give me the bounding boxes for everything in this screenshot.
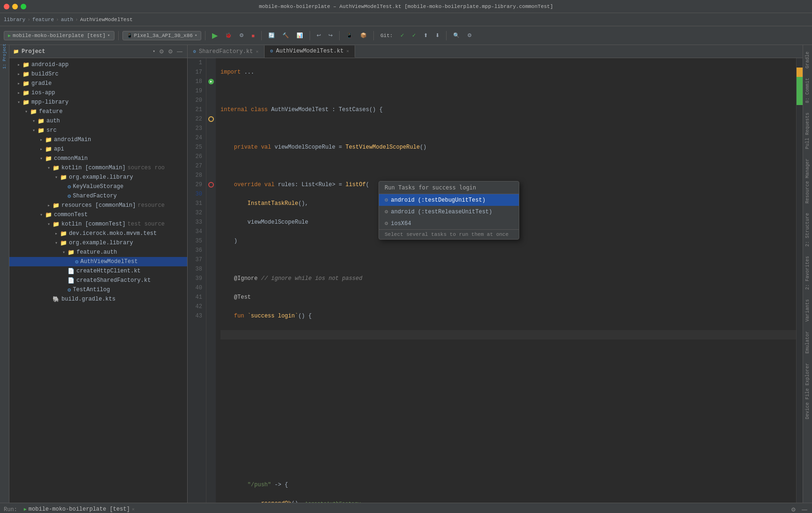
- device-label: Pixel_3a_API_30_x86: [134, 33, 193, 38]
- gear-icon-2: ⚙: [385, 208, 388, 215]
- tree-item-createhttpclient[interactable]: 📄 createHttpClient.kt: [9, 266, 187, 276]
- tree-item-buildsrc[interactable]: ▸ 📁 buildSrc: [9, 69, 187, 79]
- sidebar-favorites[interactable]: 2: Favorites: [805, 256, 810, 290]
- git-update-button[interactable]: ⬇: [433, 30, 442, 40]
- sidebar-variants[interactable]: Variants: [805, 299, 810, 322]
- debug-button[interactable]: 🐞: [222, 30, 235, 40]
- context-menu-item-ios[interactable]: ⚙ iosX64: [379, 218, 519, 229]
- build-button[interactable]: 🔨: [280, 30, 292, 40]
- panel-scope-btn[interactable]: ⚙: [158, 47, 165, 56]
- breadcrumb-auth[interactable]: auth: [61, 17, 73, 23]
- tree-item-feature-auth[interactable]: ▾ 📁 feature.auth: [9, 248, 187, 257]
- tab-authviewmodeltest[interactable]: ⚙ AuthViewModelTest.kt ✕: [265, 45, 355, 58]
- tree-item-mpp-library[interactable]: ▾ 📁 mpp-library: [9, 98, 187, 107]
- context-menu-item-label-2: android (:testReleaseUnitTest): [391, 209, 492, 215]
- title-bar: mobile-moko-boilerplate – AuthViewModelT…: [0, 0, 812, 13]
- tree-item-api[interactable]: ▸ 📁 api: [9, 144, 187, 154]
- run-config-tab-label: mobile-moko-boilerplate [test]: [29, 506, 130, 513]
- tree-item-ios-app[interactable]: ▸ 📁 ios-app: [9, 88, 187, 98]
- traffic-lights: [4, 4, 26, 9]
- sync-button[interactable]: 🔄: [266, 30, 278, 40]
- tree-item-commonmain[interactable]: ▾ 📁 commonMain: [9, 154, 187, 163]
- redo-button[interactable]: ↪: [326, 30, 335, 40]
- tree-item-src[interactable]: ▾ 📁 src: [9, 126, 187, 135]
- run-config-label: mobile-moko-boilerplate [test]: [13, 33, 106, 38]
- editor-gutter: ▶: [206, 58, 216, 503]
- code-content[interactable]: import ... internal class AuthViewModelT…: [216, 58, 796, 503]
- tree-item-createsharedfactory[interactable]: 📄 createSharedFactory.kt: [9, 276, 187, 285]
- tree-item-feature[interactable]: ▾ 📁 feature: [9, 107, 187, 116]
- tree-item-org-example-2[interactable]: ▾ 📁 org.example.library: [9, 238, 187, 248]
- sidebar-commit[interactable]: 8: Commit: [805, 78, 810, 103]
- sidebar-gradle[interactable]: Gradle: [805, 52, 810, 68]
- sidebar-pull-requests[interactable]: Pull Requests: [805, 113, 810, 149]
- tree-item-build-gradle[interactable]: 🐘 build.gradle.kts: [9, 294, 187, 304]
- context-menu-footer: Select several tasks to run them at once: [379, 229, 519, 239]
- search-everywhere-button[interactable]: 🔍: [450, 30, 463, 40]
- project-panel-header: 📁 Project ▾ ⚙ ⚙ —: [9, 45, 187, 58]
- project-panel-title: Project: [22, 48, 150, 55]
- run-config-tab[interactable]: ▶ mobile-moko-boilerplate [test] ✕: [21, 503, 137, 513]
- tree-item-android-app[interactable]: ▸ 📁 android-app: [9, 60, 187, 69]
- breadcrumb-file[interactable]: AuthViewModelTest: [80, 17, 133, 23]
- close-button[interactable]: [4, 4, 9, 9]
- panel-gear-btn[interactable]: ⚙: [167, 47, 174, 56]
- undo-button[interactable]: ↩: [314, 30, 324, 40]
- avd-button[interactable]: 📱: [343, 30, 356, 40]
- breadcrumb-library[interactable]: library: [4, 17, 25, 23]
- sidebar-resource-manager[interactable]: Resource Manager: [805, 158, 810, 204]
- run-panel-minimize[interactable]: —: [801, 505, 808, 513]
- warn-indicator-22[interactable]: [208, 116, 214, 122]
- tree-item-commontest[interactable]: ▾ 📁 commonTest: [9, 210, 187, 219]
- context-menu-item-label-3: iosX64: [391, 220, 411, 227]
- tree-item-gradle[interactable]: ▸ 📁 gradle: [9, 79, 187, 88]
- tree-item-sharedfactory[interactable]: ⚙ SharedFactory: [9, 191, 187, 201]
- minimize-button[interactable]: [12, 4, 18, 9]
- sdk-button[interactable]: 📦: [357, 30, 370, 40]
- maximize-button[interactable]: [21, 4, 26, 9]
- tab-authviewmodeltest-close[interactable]: ✕: [346, 48, 349, 54]
- tree-item-org-example-1[interactable]: ▾ 📁 org.example.library: [9, 173, 187, 182]
- tree-item-kotlin-commontest[interactable]: ▾ 📁 kotlin [commonTest] test source: [9, 219, 187, 229]
- panel-collapse-btn[interactable]: —: [176, 47, 183, 56]
- git-commit-button[interactable]: ✓: [397, 30, 407, 40]
- context-menu-item-android-debug[interactable]: ⚙ android (:testDebugUnitTest): [379, 194, 519, 206]
- sidebar-item-project[interactable]: 1: Project: [0, 47, 9, 66]
- git-push-button[interactable]: ✓: [409, 30, 419, 40]
- project-tree: ▸ 📁 android-app ▸ 📁 buildSrc ▸ 📁 gradle …: [9, 58, 187, 503]
- code-editor[interactable]: 1 17 18 19 20 21 22 23 24 25 26 27 28 29…: [188, 58, 803, 503]
- context-menu-item-android-release[interactable]: ⚙ android (:testReleaseUnitTest): [379, 206, 519, 218]
- git-pull-button[interactable]: ⬆: [421, 30, 431, 40]
- left-sidebar: 1: Project: [0, 45, 9, 503]
- analyze-button[interactable]: 📊: [294, 30, 306, 40]
- sidebar-emulator[interactable]: Emulator: [805, 331, 810, 354]
- run-indicator-18[interactable]: ▶: [208, 79, 214, 84]
- tree-item-authviewmodeltest[interactable]: ⚙ AuthViewModelTest: [9, 257, 187, 266]
- tree-item-keyvaluestorage[interactable]: ⚙ KeyValueStorage: [9, 182, 187, 191]
- tree-item-resources-commonmain[interactable]: ▸ 📁 resources [commonMain] resource: [9, 201, 187, 210]
- right-sidebar: Gradle 8: Commit Pull Requests Resource …: [803, 45, 812, 503]
- editor-tabs: ⚙ SharedFactory.kt ✕ ⚙ AuthViewModelTest…: [188, 45, 803, 58]
- sidebar-device-file-explorer[interactable]: Device File Explorer: [805, 363, 810, 419]
- tab-sharedfactory[interactable]: ⚙ SharedFactory.kt ✕: [188, 45, 265, 58]
- run-panel-settings[interactable]: ⚙: [790, 505, 797, 513]
- tab-authviewmodeltest-label: AuthViewModelTest.kt: [276, 48, 343, 54]
- tree-item-auth[interactable]: ▾ 📁 auth: [9, 116, 187, 126]
- sidebar-structure[interactable]: 2: Structure: [805, 213, 810, 247]
- run-config-selector[interactable]: ▶ mobile-moko-boilerplate [test] ▾: [4, 31, 114, 40]
- tree-item-dev-icerock[interactable]: ▸ 📁 dev.icerock.moko.mvvm.test: [9, 229, 187, 238]
- main-toolbar: ▶ mobile-moko-boilerplate [test] ▾ 📱 Pix…: [0, 26, 812, 45]
- run-button[interactable]: ▶: [209, 29, 220, 42]
- breadcrumb-feature[interactable]: feature: [32, 17, 54, 23]
- coverage-button[interactable]: ⚙: [236, 30, 247, 40]
- tab-sharedfactory-close[interactable]: ✕: [256, 49, 258, 54]
- run-label: Run:: [4, 506, 17, 513]
- device-selector[interactable]: 📱 Pixel_3a_API_30_x86 ▾: [122, 31, 202, 40]
- run-indicator-29[interactable]: [208, 182, 214, 188]
- tree-item-testantilog[interactable]: ⚙ TestAntilog: [9, 285, 187, 294]
- stop-button[interactable]: ■: [249, 31, 258, 40]
- settings-button[interactable]: ⚙: [464, 30, 475, 40]
- gear-icon-3: ⚙: [385, 220, 388, 227]
- tree-item-kotlin-commonmain[interactable]: ▾ 📁 kotlin [commonMain] sources roo: [9, 163, 187, 173]
- tree-item-androidmain[interactable]: ▸ 📁 androidMain: [9, 135, 187, 144]
